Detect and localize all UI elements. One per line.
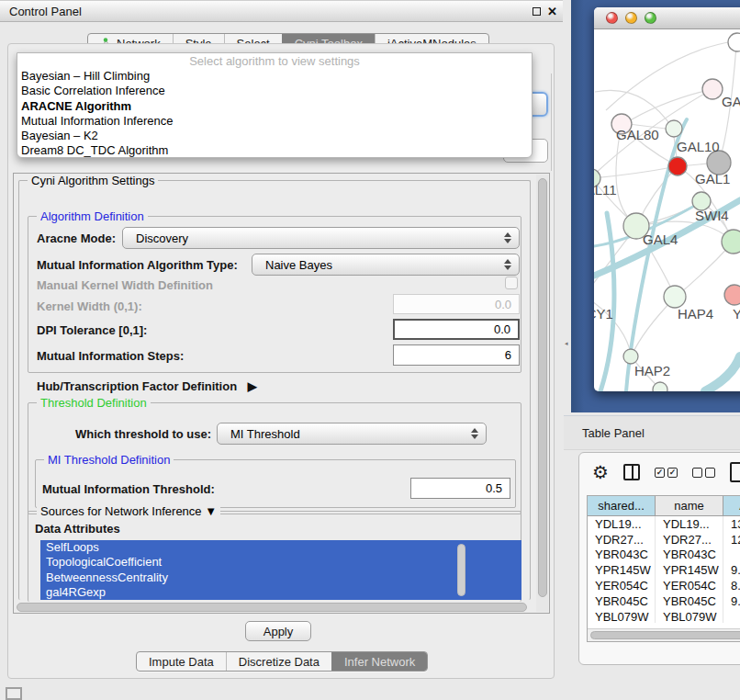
table-panel-title: Table Panel <box>582 426 645 440</box>
table-cell: YBR045C <box>588 593 656 609</box>
tab-impute-data[interactable]: Impute Data <box>137 652 226 671</box>
node-label: GAL10 <box>677 139 720 154</box>
which-threshold-value: MI Threshold <box>230 427 300 441</box>
tab-label: Impute Data <box>149 655 214 669</box>
table-row[interactable]: YDL19...YDL19...13 <box>588 516 740 532</box>
table-hscrollbar-thumb[interactable] <box>590 631 740 639</box>
panel-divider-handle[interactable]: ◂ <box>565 340 569 346</box>
aracne-mode-select[interactable]: Discovery <box>122 227 520 249</box>
kernel-width-field[interactable]: 0.0 <box>393 294 520 314</box>
network-edge <box>624 89 712 124</box>
select-all-columns-icon[interactable]: ✓✓ <box>655 468 678 478</box>
algorithm-option[interactable]: Basic Correlation Inference <box>17 84 532 98</box>
network-node[interactable] <box>702 79 723 99</box>
mi-threshold-field[interactable]: 0.5 <box>410 478 510 499</box>
mi-threshold-label: Mutual Information Threshold: <box>42 482 215 496</box>
data-attribute-item[interactable]: BetweennessCentrality <box>40 570 521 585</box>
export-table-icon[interactable] <box>730 462 740 482</box>
split-view-icon[interactable] <box>623 464 640 480</box>
mi-steps-label: Mutual Information Steps: <box>37 349 184 363</box>
algorithm-option[interactable]: Bayesian – Hill Climbing <box>17 69 532 84</box>
horizontal-scrollbar-thumb[interactable] <box>17 603 527 612</box>
network-edge-highlighted <box>600 213 614 391</box>
table-cell: YPR145W <box>588 562 656 578</box>
mi-steps-field[interactable]: 6 <box>393 344 520 366</box>
algorithm-option[interactable]: Dream8 DC_TDC Algorithm <box>17 143 532 158</box>
mi-algorithm-type-select[interactable]: Naive Bayes <box>252 254 520 276</box>
table-row[interactable]: YER054CYER054C8. <box>588 578 740 593</box>
table-row[interactable]: YBR045CYBR045C9. <box>588 593 740 609</box>
close-icon[interactable]: ✕ <box>547 6 557 17</box>
table-cell: 13 <box>723 516 740 532</box>
network-window-titlebar[interactable] <box>594 7 740 29</box>
table-cell: YDR27... <box>656 532 723 548</box>
table-cell <box>723 548 740 563</box>
table-row[interactable]: YBL079WYBL079W <box>588 609 740 623</box>
hub-section-label[interactable]: Hub/Transcription Factor Definition ▶ <box>37 379 257 393</box>
list-scrollbar-thumb[interactable] <box>457 544 465 596</box>
mac-close-icon[interactable] <box>606 12 618 24</box>
table-cell: 9. <box>723 562 740 578</box>
network-node[interactable] <box>722 230 740 254</box>
data-attributes-list[interactable]: SelfLoopsTopologicalCoefficientBetweenne… <box>40 540 521 600</box>
node-label: HAP4 <box>678 306 713 322</box>
apply-button[interactable]: Apply <box>245 621 311 641</box>
hidden-groupbox-edge <box>551 73 552 171</box>
data-attribute-item[interactable]: TopologicalCoefficient <box>40 555 521 570</box>
popup-placeholder: Select algorithm to view settings <box>17 53 532 69</box>
algorithm-option[interactable]: ARACNE Algorithm <box>17 99 532 114</box>
network-canvas[interactable]: GALGAL80GAL10GAL1GAL11SWI4GAL4GCY1HAP4YH… <box>594 29 740 391</box>
tab-discretize-data[interactable]: Discretize Data <box>226 652 331 671</box>
data-attribute-item[interactable]: gal4RGexp <box>40 585 521 600</box>
network-node[interactable] <box>664 286 686 308</box>
network-node[interactable] <box>724 285 740 305</box>
table-cell <box>723 609 740 623</box>
network-node[interactable] <box>623 349 638 364</box>
table-row[interactable]: YBR043CYBR043C <box>588 548 740 563</box>
mi-algorithm-type-label: Mutual Information Algorithm Type: <box>37 258 238 272</box>
tab-label: Infer Network <box>344 655 415 669</box>
node-label: GAL11 <box>594 182 617 198</box>
table-cell: YDL19... <box>656 516 723 532</box>
table-panel-header: Table Panel <box>564 415 740 450</box>
column-header-name[interactable]: name <box>656 496 723 516</box>
table-hscrollbar-track[interactable] <box>588 628 740 641</box>
data-attributes-label: Data Attributes <box>35 522 120 536</box>
vertical-scrollbar-thumb[interactable] <box>538 178 547 597</box>
kernel-width-value: 0.0 <box>495 298 511 311</box>
table-cell: YBL079W <box>588 609 656 623</box>
network-node[interactable] <box>666 120 682 137</box>
column-header-shared[interactable]: shared... <box>588 496 656 516</box>
table-panel-card: ⚙ ✓✓ shared...nameA YDL19...YDL19...13YD… <box>578 452 740 665</box>
network-node[interactable] <box>728 33 740 51</box>
table-row[interactable]: YDR27...YDR27...12 <box>588 532 740 548</box>
dpi-tolerance-label: DPI Tolerance [0,1]: <box>37 323 147 337</box>
deselect-all-columns-icon[interactable] <box>692 468 715 478</box>
network-node[interactable] <box>653 382 667 391</box>
table-row[interactable]: YPR145WYPR145W9. <box>588 562 740 578</box>
algorithm-dropdown-popup: Select algorithm to view settings Bayesi… <box>17 52 533 158</box>
mi-steps-value: 6 <box>505 348 511 362</box>
expand-arrow-icon[interactable]: ▶ <box>248 379 257 393</box>
algorithm-option[interactable]: Bayesian – K2 <box>17 129 532 143</box>
restore-icon[interactable] <box>533 7 541 16</box>
collapse-arrow-icon[interactable]: ▼ <box>205 504 217 518</box>
manual-kernel-checkbox[interactable] <box>505 277 518 289</box>
data-attribute-item[interactable]: SelfLoops <box>40 540 521 555</box>
kernel-width-label: Kernel Width (0,1): <box>37 299 142 313</box>
table-cell: YBL079W <box>656 609 723 623</box>
tab-infer-network[interactable]: Infer Network <box>331 652 427 671</box>
network-node[interactable] <box>668 157 687 175</box>
mac-minimize-icon[interactable] <box>625 12 637 24</box>
gear-icon[interactable]: ⚙ <box>592 463 609 481</box>
sources-title: Sources for Network Inference ▼ <box>37 504 220 518</box>
cyni-algorithm-settings-title: Cyni Algorithm Settings <box>28 174 158 187</box>
table-cell: 12 <box>723 532 740 548</box>
threshold-definition-title: Threshold Definition <box>37 396 151 410</box>
column-header-a[interactable]: A <box>723 496 740 516</box>
dpi-tolerance-field[interactable]: 0.0 <box>393 319 520 340</box>
mi-threshold-value: 0.5 <box>486 481 502 495</box>
which-threshold-select[interactable]: MI Threshold <box>217 423 487 445</box>
algorithm-option[interactable]: Mutual Information Inference <box>17 114 532 129</box>
mac-zoom-icon[interactable] <box>645 12 656 24</box>
